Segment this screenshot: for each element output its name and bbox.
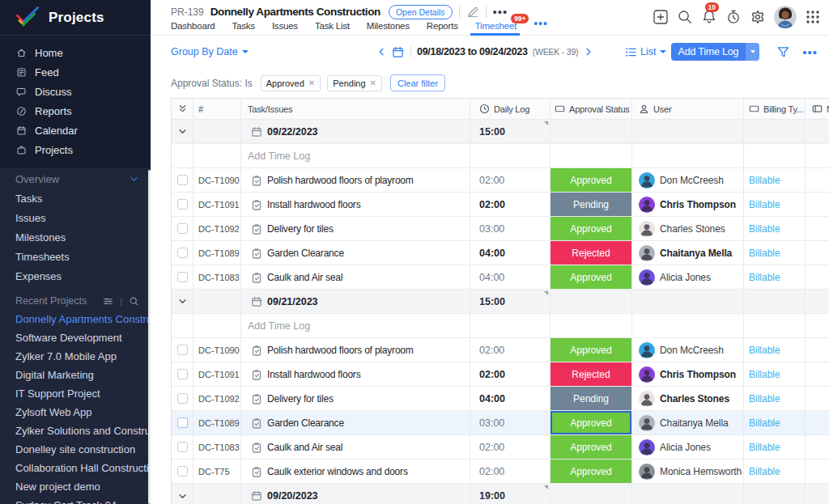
- add-time-log-dropdown[interactable]: [746, 43, 759, 61]
- billing-type-link[interactable]: Billable: [749, 175, 780, 186]
- add-time-log-button[interactable]: Add Time Log: [671, 43, 760, 61]
- daily-log-value[interactable]: 02:00: [479, 442, 504, 453]
- remove-chip-icon[interactable]: ✕: [370, 78, 376, 87]
- add-new-button[interactable]: [653, 6, 669, 28]
- approval-status-pill[interactable]: Rejected: [551, 241, 631, 265]
- approval-status-pill[interactable]: Rejected: [551, 362, 631, 386]
- profile-avatar[interactable]: [774, 6, 797, 28]
- billing-type-link[interactable]: Billable: [749, 272, 780, 283]
- open-details-button[interactable]: Open Details: [389, 5, 453, 19]
- sidebar-section-overview[interactable]: Overview: [0, 169, 151, 188]
- sidebar-item-expenses[interactable]: Expenses: [0, 266, 151, 286]
- row-checkbox[interactable]: [177, 175, 188, 185]
- sidebar-scrollbar[interactable]: [148, 170, 151, 504]
- approval-status-pill[interactable]: Approved: [551, 168, 631, 192]
- sidebar-item-feed[interactable]: Feed: [0, 62, 151, 82]
- approval-status-pill[interactable]: Pending: [551, 387, 631, 410]
- row-checkbox[interactable]: [177, 199, 188, 210]
- approval-status-pill[interactable]: Approved: [551, 435, 631, 459]
- billing-type-link[interactable]: Billable: [749, 393, 780, 404]
- recent-project-item[interactable]: Zylker Solutions and Construction: [0, 421, 151, 440]
- task-title[interactable]: Polish hardwood floors of playroom: [267, 345, 414, 356]
- notifications-button[interactable]: 10: [701, 6, 717, 28]
- sidebar-item-calendar[interactable]: Calendar: [0, 121, 151, 140]
- sidebar-item-discuss[interactable]: Discuss: [0, 82, 151, 101]
- task-title[interactable]: Polish hardwood floors of playroom: [267, 175, 414, 186]
- recent-project-item[interactable]: IT Support Project: [0, 384, 151, 403]
- tab-milestones[interactable]: Milestones: [367, 21, 410, 36]
- sidebar-item-timesheets[interactable]: Timesheets: [0, 247, 151, 266]
- row-checkbox[interactable]: [177, 442, 188, 452]
- approval-status-pill[interactable]: Approved: [551, 265, 631, 289]
- recent-project-item[interactable]: Zylsoft Web App: [0, 403, 151, 421]
- task-title[interactable]: Install hardwood floors: [267, 369, 360, 380]
- column-header-daily-log[interactable]: Daily Log: [470, 99, 551, 119]
- row-checkbox[interactable]: [177, 369, 188, 379]
- sidebar-item-issues[interactable]: Issues: [0, 208, 151, 227]
- daily-log-value[interactable]: 02:00: [479, 466, 504, 477]
- column-header-id[interactable]: #: [193, 99, 241, 119]
- more-actions-icon[interactable]: •••: [802, 46, 818, 58]
- tab-dashboard[interactable]: Dashboard: [171, 21, 215, 36]
- daily-log-value[interactable]: 04:00: [479, 248, 505, 259]
- task-title[interactable]: Garden Clearance: [267, 417, 344, 429]
- settings-button[interactable]: [750, 6, 766, 28]
- task-title[interactable]: Install hardwood floors: [267, 199, 360, 210]
- sidebar-item-tasks[interactable]: Tasks: [0, 188, 151, 208]
- task-title[interactable]: Delivery for tiles: [267, 393, 334, 404]
- filter-chip-approved[interactable]: Approved ✕: [261, 75, 321, 91]
- daily-log-value[interactable]: 04:00: [479, 393, 505, 404]
- task-title[interactable]: Caulk and Air seal: [267, 272, 342, 283]
- sidebar-item-home[interactable]: Home: [0, 43, 151, 62]
- tab-timesheet[interactable]: Timesheet99+: [475, 21, 517, 36]
- approval-status-pill[interactable]: Approved: [551, 411, 631, 434]
- approval-status-pill[interactable]: Pending: [551, 193, 631, 216]
- daily-log-value[interactable]: 04:00: [479, 272, 504, 283]
- row-checkbox[interactable]: [177, 393, 188, 404]
- group-by-dropdown[interactable]: Group By Date: [171, 46, 249, 57]
- billing-type-link[interactable]: Billable: [749, 248, 780, 259]
- more-options-icon[interactable]: •••: [493, 6, 508, 18]
- billing-type-link[interactable]: Billable: [749, 369, 780, 380]
- approval-status-pill[interactable]: Approved: [551, 460, 631, 483]
- search-button[interactable]: [677, 6, 693, 28]
- recent-project-item[interactable]: New project demo: [0, 477, 151, 496]
- apps-grid-button[interactable]: [805, 6, 821, 28]
- row-checkbox[interactable]: [177, 248, 188, 258]
- row-checkbox[interactable]: [177, 223, 188, 234]
- billing-type-link[interactable]: Billable: [749, 345, 780, 356]
- task-title[interactable]: Delivery for tiles: [267, 223, 334, 235]
- daily-log-value[interactable]: 03:00: [479, 417, 504, 429]
- filter-chip-pending[interactable]: Pending ✕: [327, 75, 382, 91]
- recent-project-item[interactable]: Collaboration Hall Construction: [0, 459, 151, 477]
- daily-log-value[interactable]: 02:00: [479, 175, 504, 186]
- tab-task-list[interactable]: Task List: [315, 21, 350, 36]
- approval-status-pill[interactable]: Approved: [551, 338, 631, 362]
- column-header-notes[interactable]: No: [806, 99, 829, 119]
- sidebar-item-projects[interactable]: Projects: [0, 140, 151, 159]
- row-checkbox[interactable]: [177, 345, 188, 355]
- add-time-log-row[interactable]: Add Time Log: [172, 144, 829, 168]
- column-header-approval-status[interactable]: Approval Status: [551, 99, 632, 119]
- column-header-billing-type[interactable]: Billing Ty...: [744, 99, 806, 119]
- clear-filter-button[interactable]: Clear filter: [390, 74, 445, 91]
- billing-type-link[interactable]: Billable: [749, 223, 780, 235]
- recent-project-item[interactable]: Zylker 7.0 Mobile App: [0, 347, 151, 366]
- row-checkbox[interactable]: [177, 417, 188, 428]
- column-header-user[interactable]: User: [632, 99, 744, 119]
- daily-log-value[interactable]: 02:00: [479, 369, 505, 380]
- billing-type-link[interactable]: Billable: [749, 417, 780, 429]
- approval-status-pill[interactable]: Approved: [551, 217, 631, 240]
- daily-log-value[interactable]: 02:00: [479, 199, 505, 210]
- recent-project-item[interactable]: Donelley site construction: [0, 440, 151, 459]
- filter-button[interactable]: [776, 45, 790, 59]
- daily-log-value[interactable]: 02:00: [479, 345, 504, 356]
- more-tabs-icon[interactable]: •••: [534, 18, 548, 36]
- tab-tasks[interactable]: Tasks: [232, 21, 254, 36]
- billing-type-link[interactable]: Billable: [749, 466, 780, 477]
- recent-project-item[interactable]: Software Development: [0, 328, 151, 347]
- task-title[interactable]: Garden Clearance: [267, 248, 344, 259]
- calendar-picker-button[interactable]: [392, 46, 404, 58]
- recent-project-item[interactable]: Digital Marketing: [0, 366, 151, 384]
- daily-log-value[interactable]: 03:00: [479, 223, 504, 235]
